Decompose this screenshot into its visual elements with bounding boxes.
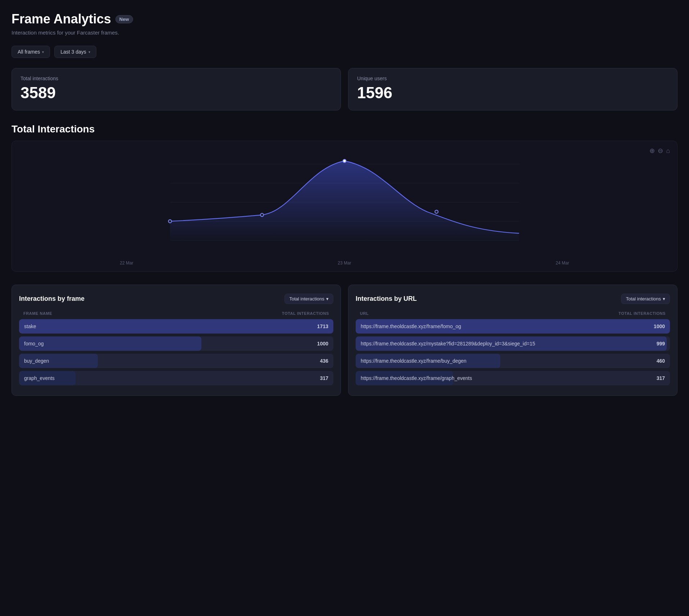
frame-row-value: 436 bbox=[320, 358, 328, 364]
frame-table-filter-button[interactable]: Total interactions ▾ bbox=[284, 294, 333, 304]
url-row-name: https://frame.theoldcastle.xyz/frame/gra… bbox=[361, 375, 472, 381]
chart-controls: ⊕ ⊖ ⌂ bbox=[649, 147, 670, 155]
svg-point-7 bbox=[343, 159, 346, 163]
zoom-out-icon[interactable]: ⊖ bbox=[658, 147, 663, 155]
frame-row-name: stake bbox=[24, 323, 36, 329]
frames-filter-button[interactable]: All frames ▾ bbox=[12, 46, 50, 58]
svg-point-5 bbox=[168, 220, 172, 223]
frame-row-value: 1713 bbox=[317, 323, 328, 329]
period-filter-button[interactable]: Last 3 days ▾ bbox=[54, 46, 96, 58]
filter-row: All frames ▾ Last 3 days ▾ bbox=[12, 46, 677, 58]
url-row-name: https://frame.theoldcastle.xyz/frame/fom… bbox=[361, 323, 461, 329]
table-row: fomo_og1000 bbox=[19, 336, 333, 351]
url-row-name: https://frame.theoldcastle.xyz/mystake?f… bbox=[361, 341, 535, 346]
frame-table-header: Interactions by frame Total interactions… bbox=[19, 294, 333, 304]
chart-section-title: Total Interactions bbox=[12, 123, 677, 135]
total-interactions-value: 3589 bbox=[20, 84, 332, 101]
url-row-value: 999 bbox=[657, 341, 665, 346]
frame-col-headers: FRAME NAME TOTAL INTERACTIONS bbox=[19, 311, 333, 316]
total-interactions-label: Total interactions bbox=[20, 76, 332, 81]
url-row-name: https://frame.theoldcastle.xyz/frame/buy… bbox=[361, 358, 466, 364]
url-table-filter-chevron-icon: ▾ bbox=[663, 296, 665, 302]
chart-svg-area bbox=[18, 148, 671, 258]
table-row: https://frame.theoldcastle.xyz/frame/buy… bbox=[356, 354, 670, 368]
table-row: https://frame.theoldcastle.xyz/frame/fom… bbox=[356, 319, 670, 334]
frames-chevron-icon: ▾ bbox=[42, 50, 44, 54]
x-label-2: 24 Mar bbox=[556, 261, 569, 266]
frame-col-name: FRAME NAME bbox=[23, 311, 52, 316]
home-icon[interactable]: ⌂ bbox=[666, 147, 670, 155]
frames-filter-label: All frames bbox=[18, 49, 40, 55]
tables-row: Interactions by frame Total interactions… bbox=[12, 285, 677, 396]
frame-table-filter-label: Total interactions bbox=[289, 296, 324, 302]
frame-table-card: Interactions by frame Total interactions… bbox=[12, 285, 341, 396]
table-row: buy_degen436 bbox=[19, 354, 333, 368]
frame-row-name: fomo_og bbox=[24, 341, 44, 346]
frame-row-name: buy_degen bbox=[24, 358, 49, 364]
table-row: graph_events317 bbox=[19, 371, 333, 385]
frame-table-body: stake1713fomo_og1000buy_degen436graph_ev… bbox=[19, 319, 333, 385]
url-col-name: URL bbox=[360, 311, 369, 316]
url-table-filter-label: Total interactions bbox=[626, 296, 661, 302]
svg-point-6 bbox=[260, 213, 264, 217]
page-title: Frame Analytics bbox=[12, 12, 111, 27]
frame-row-value: 317 bbox=[320, 375, 328, 381]
url-row-value: 460 bbox=[657, 358, 665, 364]
frame-table-title: Interactions by frame bbox=[19, 295, 85, 303]
url-table-header: Interactions by URL Total interactions ▾ bbox=[356, 294, 670, 304]
x-label-1: 23 Mar bbox=[338, 261, 351, 266]
table-row: stake1713 bbox=[19, 319, 333, 334]
url-table-body: https://frame.theoldcastle.xyz/frame/fom… bbox=[356, 319, 670, 385]
new-badge: New bbox=[115, 15, 133, 23]
url-table-filter-button[interactable]: Total interactions ▾ bbox=[621, 294, 670, 304]
x-axis-labels: 22 Mar 23 Mar 24 Mar bbox=[18, 258, 671, 271]
period-filter-label: Last 3 days bbox=[60, 49, 86, 55]
url-table-title: Interactions by URL bbox=[356, 295, 417, 303]
frame-row-value: 1000 bbox=[317, 341, 328, 346]
stat-cards: Total interactions 3589 Unique users 159… bbox=[12, 68, 677, 110]
url-row-value: 1000 bbox=[654, 323, 665, 329]
unique-users-card: Unique users 1596 bbox=[348, 68, 677, 110]
table-row: https://frame.theoldcastle.xyz/mystake?f… bbox=[356, 336, 670, 351]
unique-users-value: 1596 bbox=[357, 84, 669, 101]
svg-point-8 bbox=[435, 210, 438, 213]
url-col-value: TOTAL INTERACTIONS bbox=[619, 311, 666, 316]
total-interactions-card: Total interactions 3589 bbox=[12, 68, 341, 110]
table-row: https://frame.theoldcastle.xyz/frame/gra… bbox=[356, 371, 670, 385]
frame-row-name: graph_events bbox=[24, 375, 55, 381]
url-table-card: Interactions by URL Total interactions ▾… bbox=[348, 285, 677, 396]
url-row-value: 317 bbox=[657, 375, 665, 381]
unique-users-label: Unique users bbox=[357, 76, 669, 81]
page-subtitle: Interaction metrics for your Farcaster f… bbox=[12, 30, 677, 36]
page-header: Frame Analytics New bbox=[12, 12, 677, 27]
frame-col-value: TOTAL INTERACTIONS bbox=[282, 311, 329, 316]
x-label-0: 22 Mar bbox=[120, 261, 133, 266]
frame-table-filter-chevron-icon: ▾ bbox=[326, 296, 329, 302]
zoom-in-icon[interactable]: ⊕ bbox=[649, 147, 655, 155]
url-col-headers: URL TOTAL INTERACTIONS bbox=[356, 311, 670, 316]
period-chevron-icon: ▾ bbox=[88, 50, 90, 54]
chart-container: ⊕ ⊖ ⌂ bbox=[12, 141, 677, 272]
